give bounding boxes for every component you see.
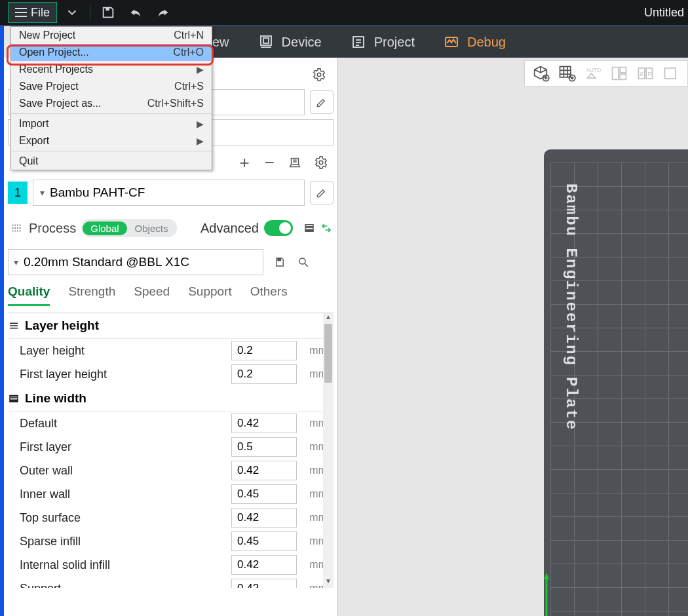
- subtab-quality[interactable]: Quality: [8, 284, 50, 306]
- svg-rect-24: [10, 396, 18, 397]
- edit-filament-button[interactable]: [310, 181, 334, 204]
- menu-import[interactable]: Import ▶: [11, 115, 212, 132]
- filament-settings-icon[interactable]: [313, 151, 330, 174]
- input-support[interactable]: [231, 579, 297, 588]
- filament-select[interactable]: ▾ Bambu PAHT-CF: [33, 180, 305, 206]
- sync-filament-icon[interactable]: [286, 151, 303, 174]
- add-cube-button[interactable]: [527, 62, 554, 85]
- subtab-strength[interactable]: Strength: [68, 284, 115, 306]
- subtab-speed[interactable]: Speed: [134, 284, 170, 306]
- svg-rect-40: [620, 67, 626, 73]
- file-dropdown-chevron[interactable]: [62, 3, 82, 22]
- device-icon: [258, 34, 274, 50]
- save-icon[interactable]: [98, 3, 118, 22]
- input-sparse-infill[interactable]: [231, 531, 297, 551]
- group-layer-height[interactable]: Layer height: [8, 313, 334, 339]
- tab-device[interactable]: Device: [244, 26, 336, 58]
- param-internal-solid-infill: Internal solid infillmm: [8, 553, 334, 577]
- menu-quit[interactable]: Quit: [11, 153, 212, 170]
- chevron-right-icon: ▶: [197, 64, 204, 75]
- svg-rect-25: [10, 398, 18, 400]
- scope-toggle[interactable]: Global Objects: [81, 219, 177, 237]
- svg-rect-18: [278, 258, 281, 261]
- scroll-down-icon[interactable]: ▼: [323, 577, 334, 588]
- process-preset-select[interactable]: ▾ 0.20mm Standard @BBL X1C: [8, 249, 263, 275]
- build-plate: Bambu Engineering Plate: [544, 149, 688, 616]
- list-view-icon[interactable]: [302, 221, 316, 235]
- scope-global[interactable]: Global: [83, 221, 126, 235]
- param-layer-height: Layer height mm: [8, 339, 334, 362]
- remove-filament-button[interactable]: −: [261, 153, 277, 173]
- title-bar: File Untitled: [0, 0, 688, 26]
- save-preset-icon[interactable]: [273, 255, 287, 269]
- menu-export[interactable]: Export ▶: [11, 132, 212, 149]
- file-label: File: [31, 6, 50, 20]
- scroll-up-icon[interactable]: ▲: [323, 313, 334, 324]
- param-scrollbar[interactable]: ▲ ▼: [323, 313, 334, 588]
- chevron-right-icon: ▶: [197, 136, 204, 146]
- svg-rect-2: [263, 38, 269, 43]
- advanced-label: Advanced: [201, 221, 259, 236]
- process-section-header: Process Global Objects Advanced: [8, 215, 334, 241]
- viewport[interactable]: AUTO 0P Bambu Engineering Plate: [338, 58, 688, 616]
- add-filament-button[interactable]: +: [237, 153, 252, 173]
- redo-icon[interactable]: [153, 3, 173, 22]
- menu-save-project-as[interactable]: Save Project as... Ctrl+Shift+S: [11, 95, 212, 112]
- input-top-surface[interactable]: [231, 508, 297, 528]
- input-inner-wall[interactable]: [231, 484, 297, 504]
- menu-open-project[interactable]: Open Project... Ctrl+O: [11, 44, 212, 61]
- param-first-layer-height: First layer height mm: [8, 362, 334, 386]
- file-menu-button[interactable]: File: [8, 2, 57, 23]
- input-layer-height[interactable]: [231, 341, 297, 360]
- svg-point-19: [299, 258, 305, 264]
- svg-rect-30: [560, 67, 571, 77]
- filament-color-swatch[interactable]: 1: [8, 182, 28, 204]
- param-outer-wall: Outer wallmm: [8, 459, 334, 482]
- tab-debug[interactable]: Debug: [429, 26, 520, 58]
- arrange-button[interactable]: [606, 62, 632, 85]
- file-menu: New Project Ctrl+N Open Project... Ctrl+…: [10, 26, 212, 170]
- param-first-layer: First layermm: [8, 435, 334, 459]
- edit-printer-button[interactable]: [310, 90, 334, 114]
- param-list: Layer height Layer height mm First layer…: [8, 313, 334, 588]
- group-line-width[interactable]: Line width: [8, 386, 334, 412]
- svg-text:0: 0: [640, 71, 643, 77]
- advanced-toggle[interactable]: [264, 220, 293, 236]
- input-first-layer[interactable]: [231, 437, 297, 457]
- svg-point-9: [317, 73, 321, 77]
- subtab-others[interactable]: Others: [250, 284, 288, 306]
- input-default[interactable]: [231, 414, 297, 433]
- menu-save-project[interactable]: Save Project Ctrl+S: [11, 78, 212, 95]
- printer-settings-icon[interactable]: [307, 63, 331, 87]
- svg-text:AUTO: AUTO: [586, 67, 602, 73]
- input-internal-solid-infill[interactable]: [231, 555, 297, 575]
- axis-gizmo[interactable]: [539, 571, 604, 616]
- split-button[interactable]: 0P: [632, 62, 659, 85]
- svg-point-14: [319, 161, 323, 164]
- main-tabs: ew Device Project Debug: [164, 26, 688, 58]
- param-sparse-infill: Sparse infillmm: [8, 529, 334, 553]
- search-preset-icon[interactable]: [296, 255, 311, 269]
- svg-rect-46: [665, 68, 676, 79]
- compare-icon[interactable]: [319, 221, 334, 235]
- param-support: Supportmm: [8, 577, 334, 588]
- chevron-right-icon: ▶: [197, 119, 204, 129]
- param-inner-wall: Inner wallmm: [8, 482, 334, 506]
- scroll-thumb[interactable]: [324, 324, 332, 383]
- menu-recent-projects[interactable]: Recent Projects ▶: [11, 61, 212, 78]
- more-tools-button[interactable]: [659, 62, 685, 85]
- svg-rect-26: [10, 401, 18, 402]
- add-plate-button[interactable]: [554, 62, 580, 85]
- chevron-down-icon: ▾: [14, 257, 24, 267]
- layers-icon: [8, 320, 20, 332]
- auto-orient-button[interactable]: AUTO: [580, 62, 606, 85]
- input-first-layer-height[interactable]: [231, 364, 297, 384]
- undo-icon[interactable]: [126, 3, 145, 22]
- menu-new-project[interactable]: New Project Ctrl+N: [11, 27, 212, 44]
- input-outer-wall[interactable]: [231, 461, 297, 480]
- subtab-support[interactable]: Support: [188, 284, 232, 306]
- separator: [90, 5, 90, 20]
- tab-project[interactable]: Project: [336, 26, 429, 58]
- scope-objects[interactable]: Objects: [127, 221, 176, 235]
- view-toolbar: AUTO 0P: [524, 60, 688, 87]
